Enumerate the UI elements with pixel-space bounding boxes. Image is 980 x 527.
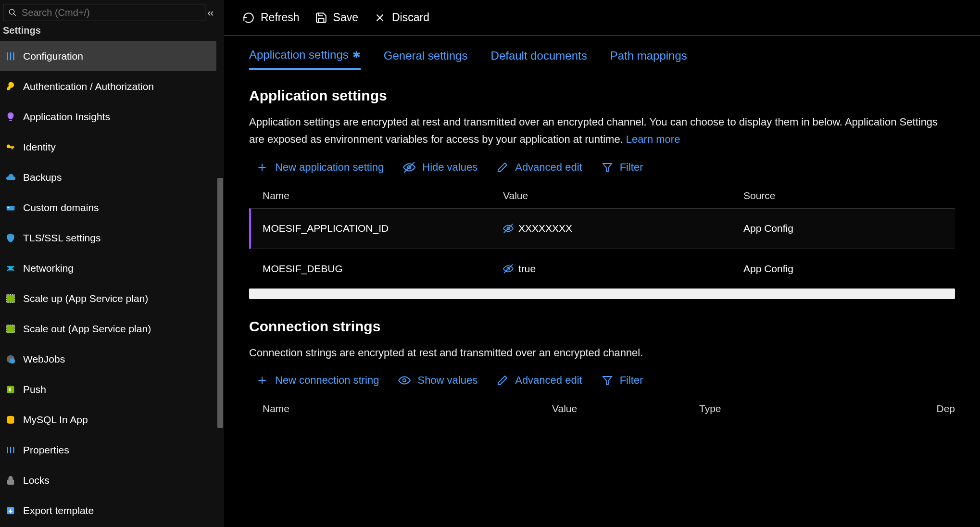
svg-point-32: [403, 379, 406, 382]
tab-path-mappings[interactable]: Path mappings: [610, 48, 687, 70]
svg-rect-12: [9, 388, 11, 391]
new-app-setting-label: New application setting: [275, 161, 384, 174]
sidebar-item-mysql-in-app[interactable]: MySQL In App: [0, 404, 224, 435]
key-icon: [5, 81, 16, 92]
sidebar-item-networking[interactable]: Networking: [0, 253, 224, 283]
advanced-edit-button[interactable]: Advanced edit: [497, 161, 582, 174]
table-header-2: Name Value Type Dep: [249, 397, 955, 421]
svg-marker-25: [603, 163, 612, 171]
sidebar-item-custom-domains[interactable]: Custom domains: [0, 192, 224, 223]
sidebar-scrollbar-thumb[interactable]: [217, 178, 223, 428]
plus-icon: [256, 161, 268, 174]
col-name-2: Name: [263, 403, 552, 414]
table-row[interactable]: MOESIF_APPLICATION_IDXXXXXXXXApp Config: [249, 208, 955, 249]
filter-button-2[interactable]: Filter: [602, 374, 643, 387]
key2-icon: [5, 141, 16, 153]
pencil-icon: [497, 162, 508, 173]
show-values-label: Show values: [417, 374, 477, 387]
search-box[interactable]: [3, 4, 205, 21]
sidebar-item-label: Custom domains: [23, 202, 99, 213]
discard-label: Discard: [392, 11, 429, 24]
gear-globe-icon: [5, 353, 16, 365]
new-conn-string-button[interactable]: New connection string: [256, 374, 379, 387]
sidebar-item-configuration[interactable]: Configuration: [0, 41, 224, 71]
sidebar-item-label: Backups: [23, 172, 62, 183]
cell-name: MOESIF_DEBUG: [263, 263, 503, 275]
eye-off-icon: [403, 161, 415, 174]
sidebar-item-label: Locks: [23, 475, 50, 486]
sidebar-item-identity[interactable]: Identity: [0, 132, 224, 162]
table-header: Name Value Source: [249, 184, 955, 208]
app-settings-desc-text: Application settings are encrypted at re…: [249, 116, 938, 145]
filter-icon: [602, 375, 613, 386]
push-icon: [5, 384, 16, 395]
learn-more-link[interactable]: Learn more: [626, 133, 680, 145]
shield-icon: [5, 232, 16, 244]
sidebar: Settings ConfigurationAuthentication / A…: [0, 0, 224, 527]
advanced-edit-button-2[interactable]: Advanced edit: [497, 374, 582, 387]
refresh-icon: [242, 12, 255, 24]
advanced-edit-label-2: Advanced edit: [515, 374, 582, 387]
search-icon: [8, 8, 17, 17]
tab-default-documents[interactable]: Default documents: [491, 48, 587, 70]
sidebar-item-label: Configuration: [23, 50, 83, 62]
tab-bar: Application settings✱General settingsDef…: [249, 48, 955, 70]
sidebar-section-label: Settings: [0, 23, 224, 41]
eye-off-icon[interactable]: [503, 264, 514, 274]
collapse-sidebar-button[interactable]: [204, 7, 217, 20]
sidebar-item-label: Push: [23, 384, 46, 395]
hide-values-label: Hide values: [422, 161, 477, 174]
tab-general-settings[interactable]: General settings: [384, 48, 468, 70]
cell-value-text: XXXXXXXX: [518, 223, 572, 234]
eye-off-icon[interactable]: [503, 223, 514, 234]
filter-icon: [602, 162, 613, 173]
sidebar-item-export-template[interactable]: Export template: [0, 495, 224, 526]
sidebar-item-scale-up-app-service-plan-[interactable]: Scale up (App Service plan): [0, 283, 224, 314]
table-row[interactable]: MOESIF_DEBUGtrueApp Config: [249, 249, 955, 289]
sidebar-item-locks[interactable]: Locks: [0, 465, 224, 495]
sidebar-item-scale-out-app-service-plan-[interactable]: Scale out (App Service plan): [0, 314, 224, 344]
sidebar-item-webjobs[interactable]: WebJobs: [0, 344, 224, 374]
sidebar-item-tls-ssl-settings[interactable]: TLS/SSL settings: [0, 223, 224, 253]
cell-name: MOESIF_APPLICATION_ID: [263, 223, 503, 234]
filter-button[interactable]: Filter: [602, 161, 643, 174]
db-icon: [5, 414, 16, 426]
save-button[interactable]: Save: [315, 11, 358, 24]
refresh-button[interactable]: Refresh: [242, 11, 300, 24]
refresh-label: Refresh: [261, 11, 300, 24]
new-app-setting-button[interactable]: New application setting: [256, 161, 384, 174]
cloud-icon: [5, 172, 16, 183]
sidebar-item-application-insights[interactable]: Application Insights: [0, 101, 224, 132]
sidebar-item-authentication-authorization[interactable]: Authentication / Authorization: [0, 71, 224, 101]
cell-value-text: true: [518, 263, 536, 275]
content-area: Application settings✱General settingsDef…: [224, 36, 980, 421]
chevron-double-left-icon: [206, 9, 215, 18]
col-dep: Dep: [936, 403, 955, 414]
advanced-edit-label: Advanced edit: [515, 161, 582, 174]
sidebar-item-properties[interactable]: Properties: [0, 435, 224, 465]
cell-value: XXXXXXXX: [503, 223, 743, 234]
hide-values-button[interactable]: Hide values: [403, 161, 477, 174]
table-horizontal-scrollbar[interactable]: [249, 289, 955, 299]
tab-label: Path mappings: [610, 49, 687, 63]
props-icon: [5, 444, 16, 456]
app-settings-actions: New application setting Hide values Adva…: [256, 161, 955, 174]
conn-strings-description: Connection strings are encrypted at rest…: [249, 344, 955, 362]
network-icon: [5, 263, 16, 274]
tab-application-settings[interactable]: Application settings✱: [249, 48, 361, 70]
search-input[interactable]: [22, 7, 200, 18]
discard-button[interactable]: Discard: [374, 11, 429, 24]
export-icon: [5, 505, 16, 516]
cell-source: App Config: [743, 263, 888, 275]
scaleup-icon: [5, 293, 16, 304]
sidebar-item-push[interactable]: Push: [0, 374, 224, 404]
sidebar-item-backups[interactable]: Backups: [0, 162, 224, 192]
show-values-button[interactable]: Show values: [398, 374, 477, 387]
sliders-icon: [5, 50, 16, 62]
sidebar-scrollbar-track[interactable]: [216, 34, 224, 527]
command-bar: Refresh Save Discard: [224, 0, 980, 36]
scaleout-icon: [5, 323, 16, 335]
conn-strings-actions: New connection string Show values Advanc…: [256, 374, 955, 387]
col-name: Name: [263, 190, 503, 201]
sidebar-item-label: Properties: [23, 444, 69, 456]
